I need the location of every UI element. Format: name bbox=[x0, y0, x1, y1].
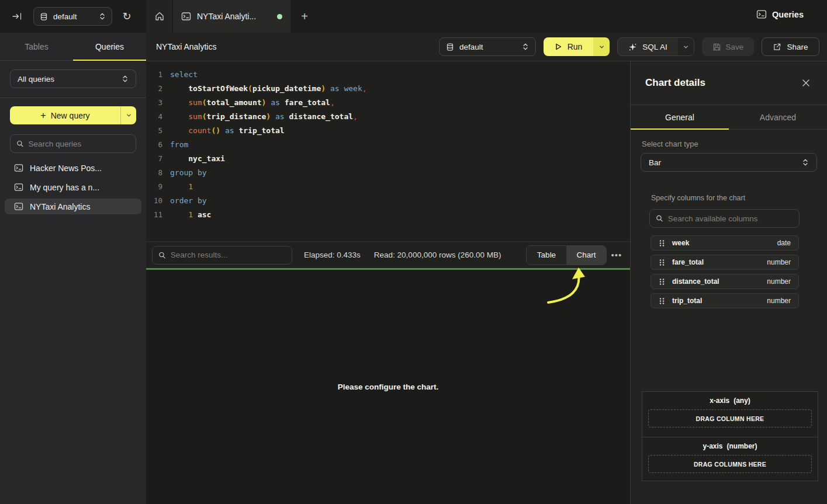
column-row[interactable]: fare_total number bbox=[650, 255, 799, 270]
code-line[interactable]: 9 1 bbox=[146, 180, 630, 194]
editor-database-selector[interactable]: default bbox=[439, 37, 536, 56]
code-line[interactable]: 4 sum(trip_distance) as distance_total, bbox=[146, 110, 630, 124]
drag-handle-icon bbox=[659, 239, 665, 247]
run-button-main[interactable]: Run bbox=[544, 37, 593, 56]
y-axis-drop-zone[interactable]: DRAG COLUMNS HERE bbox=[648, 455, 812, 473]
line-code: group by bbox=[162, 166, 207, 180]
query-item-label: Hacker News Pos... bbox=[30, 164, 102, 173]
editor-header: NYTaxi Analytics default Run SQL AI bbox=[146, 33, 827, 61]
columns-section-label: Specify columns for the chart bbox=[651, 194, 827, 202]
chevron-down-icon bbox=[683, 44, 689, 50]
columns-search[interactable] bbox=[649, 209, 800, 228]
code-line[interactable]: 5 count() as trip_total bbox=[146, 124, 630, 138]
line-number: 11 bbox=[146, 208, 162, 222]
view-tab-chart[interactable]: Chart bbox=[566, 246, 606, 265]
drag-handle-icon bbox=[659, 259, 665, 266]
queries-nav-label: Queries bbox=[772, 10, 804, 19]
line-code: sum(total_amount) as fare_total, bbox=[162, 96, 335, 110]
line-number: 8 bbox=[146, 166, 162, 180]
general-tab-underline bbox=[631, 128, 729, 130]
topbar-database-selector[interactable]: default bbox=[33, 7, 112, 26]
code-line[interactable]: 7 nyc_taxi bbox=[146, 152, 630, 166]
chart-type-value: Bar bbox=[649, 158, 802, 167]
columns-search-input[interactable] bbox=[668, 214, 793, 223]
active-query-tab[interactable]: NYTaxi Analyti... bbox=[173, 0, 290, 33]
column-name: fare_total bbox=[672, 258, 760, 266]
column-name: trip_total bbox=[672, 297, 760, 305]
tab-tables[interactable]: Tables bbox=[0, 33, 73, 60]
y-axis-section: y-axis(number) DRAG COLUMNS HERE bbox=[642, 437, 818, 482]
refresh-button[interactable]: ↻ bbox=[120, 10, 133, 23]
tab-strip: NYTaxi Analyti... + bbox=[146, 0, 319, 33]
tab-queries[interactable]: Queries bbox=[73, 33, 146, 60]
queries-nav-button[interactable]: Queries bbox=[756, 9, 804, 19]
column-row[interactable]: trip_total number bbox=[650, 293, 799, 308]
collapse-sidebar-button[interactable] bbox=[12, 11, 23, 22]
chart-empty-message: Please configure the chart. bbox=[146, 383, 630, 391]
collapse-sidebar-icon bbox=[12, 11, 23, 22]
code-line[interactable]: 10 order by bbox=[146, 194, 630, 208]
column-type: number bbox=[767, 258, 791, 266]
new-tab-button[interactable]: + bbox=[290, 0, 319, 33]
code-line[interactable]: 11 1 asc bbox=[146, 208, 630, 222]
home-icon bbox=[154, 11, 165, 22]
x-axis-drop-zone[interactable]: DRAG COLUMN HERE bbox=[648, 409, 812, 427]
select-chevrons-icon bbox=[802, 158, 809, 166]
code-line[interactable]: 8 group by bbox=[146, 166, 630, 180]
tab-general[interactable]: General bbox=[631, 105, 729, 129]
database-icon bbox=[446, 43, 454, 51]
line-code: 1 bbox=[162, 180, 193, 194]
query-list: Hacker News Pos... My query has a n... N… bbox=[5, 160, 141, 214]
code-line[interactable]: 2 toStartOfWeek(pickup_datetime) as week… bbox=[146, 82, 630, 96]
column-row[interactable]: week date bbox=[650, 235, 799, 251]
sql-editor[interactable]: 1 select 2 toStartOfWeek(pickup_datetime… bbox=[146, 61, 630, 241]
column-row[interactable]: distance_total number bbox=[650, 274, 799, 289]
chart-details-header: Chart details bbox=[631, 61, 827, 105]
editor-database-value: default bbox=[459, 43, 517, 51]
home-tab[interactable] bbox=[146, 0, 173, 33]
query-icon bbox=[756, 9, 767, 19]
query-list-item[interactable]: My query has a n... bbox=[5, 179, 141, 195]
code-line[interactable]: 6 from bbox=[146, 138, 630, 152]
save-button[interactable]: Save bbox=[702, 37, 754, 56]
query-list-item[interactable]: Hacker News Pos... bbox=[5, 160, 141, 176]
query-filter-select[interactable]: All queries bbox=[10, 69, 136, 88]
sql-ai-main[interactable]: SQL AI bbox=[618, 43, 678, 51]
queries-tab-underline bbox=[73, 60, 146, 61]
new-query-button[interactable]: + New query bbox=[10, 106, 136, 124]
drag-handle-icon bbox=[659, 278, 665, 286]
code-line[interactable]: 3 sum(total_amount) as fare_total, bbox=[146, 96, 630, 110]
code-line[interactable]: 1 select bbox=[146, 68, 630, 82]
sidebar-tabs: Tables Queries bbox=[0, 33, 146, 61]
tab-advanced[interactable]: Advanced bbox=[729, 105, 827, 129]
line-number: 4 bbox=[146, 110, 162, 124]
close-panel-button[interactable] bbox=[801, 78, 811, 88]
results-search[interactable] bbox=[152, 246, 292, 265]
new-query-main[interactable]: + New query bbox=[10, 106, 120, 124]
query-search-input[interactable] bbox=[29, 140, 130, 148]
column-type: date bbox=[777, 239, 791, 247]
sql-ai-dropdown[interactable] bbox=[678, 38, 694, 55]
topbar-database-value: default bbox=[53, 12, 94, 21]
query-list-item[interactable]: NYTaxi Analytics bbox=[5, 199, 141, 214]
sql-ai-button[interactable]: SQL AI bbox=[617, 37, 694, 56]
sql-ai-icon bbox=[628, 43, 637, 51]
results-search-input[interactable] bbox=[171, 251, 286, 259]
query-search[interactable] bbox=[10, 134, 136, 153]
axis-config-box: x-axis(any) DRAG COLUMN HERE y-axis(numb… bbox=[642, 391, 818, 481]
line-code: from bbox=[162, 138, 188, 152]
line-code: sum(trip_distance) as distance_total, bbox=[162, 110, 358, 124]
line-number: 5 bbox=[146, 124, 162, 138]
view-tab-table[interactable]: Table bbox=[527, 246, 566, 265]
sql-console-app: default ↻ NYTaxi Analyti... + Queries Ta… bbox=[0, 0, 827, 504]
run-button[interactable]: Run bbox=[544, 37, 610, 56]
line-number: 7 bbox=[146, 152, 162, 166]
new-query-dropdown[interactable] bbox=[120, 106, 136, 124]
share-button[interactable]: Share bbox=[762, 37, 819, 56]
view-switcher: Table Chart bbox=[526, 245, 607, 265]
run-options-dropdown[interactable] bbox=[593, 37, 610, 56]
database-icon bbox=[40, 12, 48, 21]
more-options-button[interactable]: ••• bbox=[607, 250, 627, 260]
save-label: Save bbox=[726, 43, 744, 51]
chart-type-select[interactable]: Bar bbox=[641, 153, 817, 172]
